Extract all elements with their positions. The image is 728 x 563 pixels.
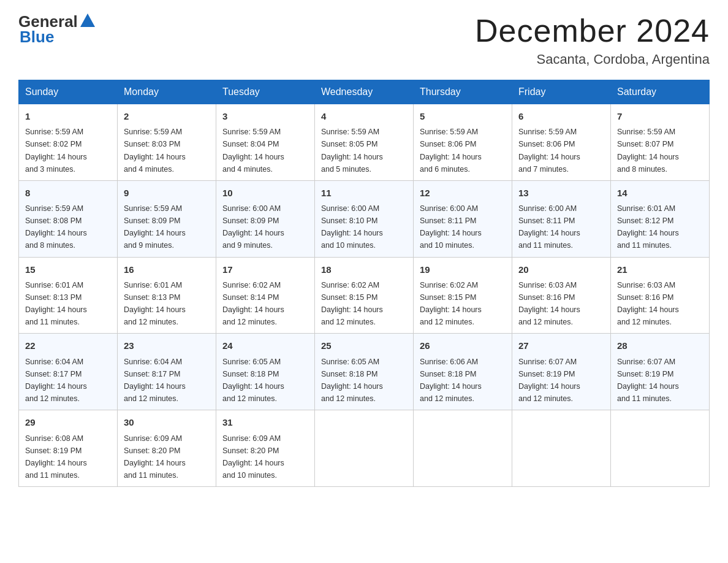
day-info: Sunrise: 5:59 AMSunset: 8:04 PMDaylight:… bbox=[222, 128, 284, 173]
table-row: 1 Sunrise: 5:59 AMSunset: 8:02 PMDayligh… bbox=[19, 104, 118, 181]
table-row: 30 Sunrise: 6:09 AMSunset: 8:20 PMDaylig… bbox=[118, 410, 216, 487]
header-sunday: Sunday bbox=[19, 80, 118, 104]
table-row bbox=[512, 410, 611, 487]
table-row bbox=[315, 410, 414, 487]
calendar-header: Sunday Monday Tuesday Wednesday Thursday… bbox=[19, 80, 710, 104]
day-number: 26 bbox=[420, 339, 506, 353]
day-number: 21 bbox=[617, 262, 703, 277]
table-row: 31 Sunrise: 6:09 AMSunset: 8:20 PMDaylig… bbox=[216, 410, 315, 487]
day-info: Sunrise: 6:01 AMSunset: 8:13 PMDaylight:… bbox=[124, 281, 186, 326]
table-row bbox=[611, 410, 710, 487]
table-row: 6 Sunrise: 5:59 AMSunset: 8:06 PMDayligh… bbox=[512, 104, 611, 181]
day-number: 4 bbox=[321, 109, 407, 123]
table-row: 27 Sunrise: 6:07 AMSunset: 8:19 PMDaylig… bbox=[512, 334, 611, 410]
day-info: Sunrise: 6:02 AMSunset: 8:15 PMDaylight:… bbox=[420, 281, 482, 326]
day-info: Sunrise: 6:05 AMSunset: 8:18 PMDaylight:… bbox=[222, 358, 284, 403]
day-number: 10 bbox=[222, 186, 308, 200]
day-info: Sunrise: 6:02 AMSunset: 8:15 PMDaylight:… bbox=[321, 281, 383, 326]
day-info: Sunrise: 5:59 AMSunset: 8:09 PMDaylight:… bbox=[124, 204, 186, 250]
table-row: 10 Sunrise: 6:00 AMSunset: 8:09 PMDaylig… bbox=[216, 180, 315, 257]
day-info: Sunrise: 5:59 AMSunset: 8:03 PMDaylight:… bbox=[124, 128, 186, 173]
day-number: 24 bbox=[222, 339, 308, 353]
day-number: 3 bbox=[222, 109, 308, 123]
day-info: Sunrise: 6:03 AMSunset: 8:16 PMDaylight:… bbox=[518, 281, 580, 326]
logo-triangle-icon bbox=[79, 12, 96, 29]
table-row: 5 Sunrise: 5:59 AMSunset: 8:06 PMDayligh… bbox=[414, 104, 512, 181]
table-row: 2 Sunrise: 5:59 AMSunset: 8:03 PMDayligh… bbox=[118, 104, 216, 181]
day-info: Sunrise: 5:59 AMSunset: 8:08 PMDaylight:… bbox=[25, 204, 87, 250]
table-row: 15 Sunrise: 6:01 AMSunset: 8:13 PMDaylig… bbox=[19, 257, 118, 334]
header-saturday: Saturday bbox=[611, 80, 710, 104]
table-row: 19 Sunrise: 6:02 AMSunset: 8:15 PMDaylig… bbox=[414, 257, 512, 334]
day-number: 13 bbox=[518, 186, 604, 200]
table-row bbox=[414, 410, 512, 487]
table-row: 25 Sunrise: 6:05 AMSunset: 8:18 PMDaylig… bbox=[315, 334, 414, 410]
day-number: 1 bbox=[25, 109, 111, 123]
day-info: Sunrise: 6:01 AMSunset: 8:13 PMDaylight:… bbox=[25, 281, 87, 326]
day-info: Sunrise: 6:09 AMSunset: 8:20 PMDaylight:… bbox=[222, 434, 284, 480]
table-row: 12 Sunrise: 6:00 AMSunset: 8:11 PMDaylig… bbox=[414, 180, 512, 257]
day-number: 15 bbox=[25, 262, 111, 277]
day-number: 8 bbox=[25, 186, 111, 200]
day-number: 23 bbox=[124, 339, 210, 353]
table-row: 23 Sunrise: 6:04 AMSunset: 8:17 PMDaylig… bbox=[118, 334, 216, 410]
header-wednesday: Wednesday bbox=[315, 80, 414, 104]
day-number: 19 bbox=[420, 262, 506, 277]
day-number: 29 bbox=[25, 415, 111, 429]
day-number: 12 bbox=[420, 186, 506, 200]
day-info: Sunrise: 6:03 AMSunset: 8:16 PMDaylight:… bbox=[617, 281, 679, 326]
day-number: 25 bbox=[321, 339, 407, 353]
table-row: 7 Sunrise: 5:59 AMSunset: 8:07 PMDayligh… bbox=[611, 104, 710, 181]
header-monday: Monday bbox=[118, 80, 216, 104]
table-row: 18 Sunrise: 6:02 AMSunset: 8:15 PMDaylig… bbox=[315, 257, 414, 334]
day-info: Sunrise: 6:04 AMSunset: 8:17 PMDaylight:… bbox=[25, 358, 87, 403]
day-number: 5 bbox=[420, 109, 506, 123]
table-row: 17 Sunrise: 6:02 AMSunset: 8:14 PMDaylig… bbox=[216, 257, 315, 334]
day-number: 27 bbox=[518, 339, 604, 353]
day-number: 16 bbox=[124, 262, 210, 277]
table-row: 11 Sunrise: 6:00 AMSunset: 8:10 PMDaylig… bbox=[315, 180, 414, 257]
header-tuesday: Tuesday bbox=[216, 80, 315, 104]
table-row: 8 Sunrise: 5:59 AMSunset: 8:08 PMDayligh… bbox=[19, 180, 118, 257]
table-row: 9 Sunrise: 5:59 AMSunset: 8:09 PMDayligh… bbox=[118, 180, 216, 257]
table-row: 24 Sunrise: 6:05 AMSunset: 8:18 PMDaylig… bbox=[216, 334, 315, 410]
day-number: 18 bbox=[321, 262, 407, 277]
table-row: 16 Sunrise: 6:01 AMSunset: 8:13 PMDaylig… bbox=[118, 257, 216, 334]
logo: General Blue bbox=[18, 12, 96, 47]
day-number: 30 bbox=[124, 415, 210, 429]
header-friday: Friday bbox=[512, 80, 611, 104]
day-number: 6 bbox=[518, 109, 604, 123]
day-number: 17 bbox=[222, 262, 308, 277]
day-info: Sunrise: 6:04 AMSunset: 8:17 PMDaylight:… bbox=[124, 358, 186, 403]
day-info: Sunrise: 6:00 AMSunset: 8:11 PMDaylight:… bbox=[518, 204, 580, 250]
day-info: Sunrise: 6:02 AMSunset: 8:14 PMDaylight:… bbox=[222, 281, 284, 326]
day-info: Sunrise: 5:59 AMSunset: 8:06 PMDaylight:… bbox=[420, 128, 482, 173]
day-number: 7 bbox=[617, 109, 703, 123]
table-row: 20 Sunrise: 6:03 AMSunset: 8:16 PMDaylig… bbox=[512, 257, 611, 334]
calendar-title: December 2024 bbox=[475, 12, 710, 49]
day-number: 11 bbox=[321, 186, 407, 200]
day-number: 2 bbox=[124, 109, 210, 123]
day-number: 14 bbox=[617, 186, 703, 200]
title-section: December 2024 Sacanta, Cordoba, Argentin… bbox=[475, 12, 710, 67]
day-info: Sunrise: 5:59 AMSunset: 8:06 PMDaylight:… bbox=[518, 128, 580, 173]
header-thursday: Thursday bbox=[414, 80, 512, 104]
day-info: Sunrise: 6:09 AMSunset: 8:20 PMDaylight:… bbox=[124, 434, 186, 480]
day-info: Sunrise: 6:01 AMSunset: 8:12 PMDaylight:… bbox=[617, 204, 679, 250]
table-row: 29 Sunrise: 6:08 AMSunset: 8:19 PMDaylig… bbox=[19, 410, 118, 487]
day-number: 31 bbox=[222, 415, 308, 429]
table-row: 28 Sunrise: 6:07 AMSunset: 8:19 PMDaylig… bbox=[611, 334, 710, 410]
calendar-table: Sunday Monday Tuesday Wednesday Thursday… bbox=[18, 80, 710, 487]
day-info: Sunrise: 6:07 AMSunset: 8:19 PMDaylight:… bbox=[518, 358, 580, 403]
logo-blue-text: Blue bbox=[20, 28, 96, 47]
table-row: 26 Sunrise: 6:06 AMSunset: 8:18 PMDaylig… bbox=[414, 334, 512, 410]
day-info: Sunrise: 5:59 AMSunset: 8:07 PMDaylight:… bbox=[617, 128, 679, 173]
table-row: 14 Sunrise: 6:01 AMSunset: 8:12 PMDaylig… bbox=[611, 180, 710, 257]
day-number: 9 bbox=[124, 186, 210, 200]
day-number: 20 bbox=[518, 262, 604, 277]
day-number: 28 bbox=[617, 339, 703, 353]
calendar-subtitle: Sacanta, Cordoba, Argentina bbox=[475, 52, 710, 67]
day-info: Sunrise: 6:00 AMSunset: 8:11 PMDaylight:… bbox=[420, 204, 482, 250]
calendar-body: 1 Sunrise: 5:59 AMSunset: 8:02 PMDayligh… bbox=[19, 104, 710, 487]
day-info: Sunrise: 6:00 AMSunset: 8:09 PMDaylight:… bbox=[222, 204, 284, 250]
